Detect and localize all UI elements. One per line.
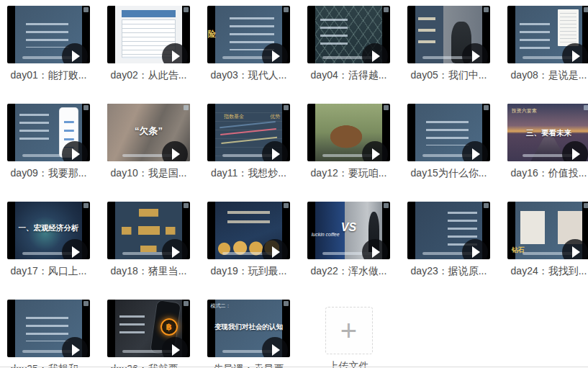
play-icon (172, 148, 180, 160)
video-card[interactable]: day19：玩到最... (207, 202, 290, 277)
play-icon (272, 344, 280, 356)
video-caption: day17：风口上... (7, 264, 90, 277)
play-button[interactable] (162, 337, 188, 357)
video-card[interactable]: day25：我想和... (7, 300, 90, 368)
video-thumbnail[interactable] (7, 104, 90, 161)
watermark-icon (584, 203, 588, 208)
video-caption: day01：能打败... (7, 68, 90, 81)
play-button[interactable] (62, 141, 88, 161)
watermark-icon (83, 105, 89, 110)
play-button[interactable] (62, 43, 88, 63)
video-card[interactable]: day08：是说是... (507, 6, 588, 81)
video-card[interactable]: day05：我们中... (407, 6, 490, 81)
watermark-icon (83, 7, 89, 12)
video-thumbnail[interactable] (107, 6, 190, 63)
video-thumbnail[interactable]: 指数基金 优势 (207, 104, 290, 161)
video-thumbnail[interactable]: 钻石 (507, 202, 588, 259)
play-button[interactable] (462, 141, 488, 161)
video-card[interactable]: day12：要玩咱... (307, 104, 390, 179)
video-thumbnail[interactable] (7, 6, 90, 63)
watermark-icon (83, 203, 89, 208)
watermark-icon (184, 7, 189, 12)
play-button[interactable] (262, 239, 288, 259)
video-card[interactable]: day02：从此告... (107, 6, 190, 81)
play-button[interactable] (262, 141, 288, 161)
video-card[interactable]: day01：能打败... (7, 6, 90, 81)
video-card[interactable]: day18：猪里当... (107, 202, 190, 277)
video-caption: day16：价值投... (507, 166, 588, 179)
video-thumbnail[interactable]: 模式二： 变现我们对社会的认知 (207, 300, 290, 357)
watermark-icon (384, 105, 389, 110)
play-button[interactable] (162, 43, 188, 63)
video-thumbnail[interactable]: ฿ (107, 300, 190, 357)
play-icon (472, 148, 480, 160)
video-card[interactable]: 钻石 day24：我找到... (507, 202, 588, 277)
video-thumbnail[interactable] (407, 202, 490, 259)
play-button[interactable] (262, 43, 288, 63)
video-thumbnail[interactable]: “欠条” (107, 104, 190, 161)
thumbnail-label: 投资六要素 (512, 107, 537, 115)
play-button[interactable] (62, 337, 88, 357)
play-button[interactable] (362, 239, 388, 259)
watermark-icon (484, 7, 489, 12)
video-thumbnail[interactable] (507, 6, 588, 63)
video-card[interactable]: 险 day03：现代人... (207, 6, 290, 81)
play-icon (72, 344, 80, 356)
video-caption: day03：现代人... (207, 68, 290, 81)
video-caption: day09：我要那... (7, 166, 90, 179)
video-thumbnail[interactable]: 一、宏观经济分析 (7, 202, 90, 259)
plus-icon: + (340, 316, 357, 345)
video-card[interactable]: day04：活得越... (307, 6, 390, 81)
thumbnail-label: 模式二： (211, 302, 231, 310)
play-button[interactable] (562, 141, 588, 161)
play-button[interactable] (162, 141, 188, 161)
watermark-icon (484, 105, 489, 110)
watermark-icon (284, 105, 289, 110)
video-thumbnail[interactable] (407, 104, 490, 161)
play-button[interactable] (262, 337, 288, 357)
video-thumbnail[interactable]: luckin coffee VS (307, 202, 390, 259)
play-icon (372, 50, 380, 62)
play-button[interactable] (362, 141, 388, 161)
play-icon (172, 246, 180, 258)
video-card[interactable]: 投资六要素 三、要看未来 day16：价值投... (507, 104, 588, 179)
watermark-icon (184, 301, 189, 306)
video-thumbnail[interactable] (7, 300, 90, 357)
video-thumbnail[interactable] (307, 6, 390, 63)
video-thumbnail[interactable] (207, 202, 290, 259)
video-thumbnail[interactable] (107, 202, 190, 259)
upload-box[interactable]: + (325, 307, 373, 354)
video-caption: day18：猪里当... (107, 264, 190, 277)
video-card[interactable]: 一、宏观经济分析 day17：风口上... (7, 202, 90, 277)
video-caption: day08：是说是... (507, 68, 588, 81)
play-icon (572, 246, 580, 258)
play-button[interactable] (562, 43, 588, 63)
video-caption: day24：我找到... (507, 264, 588, 277)
upload-tile[interactable]: + 上传文件 (307, 300, 390, 368)
video-card[interactable]: 模式二： 变现我们对社会的认知 先导课：卖早票 (207, 300, 290, 368)
watermark-icon (584, 105, 588, 110)
video-card[interactable]: “欠条” day10：我是国... (107, 104, 190, 179)
video-card[interactable]: ฿ day26：我就要... (107, 300, 190, 368)
video-card[interactable]: day09：我要那... (7, 104, 90, 179)
play-button[interactable] (162, 239, 188, 259)
video-card[interactable]: day23：据说原... (407, 202, 490, 277)
play-button[interactable] (62, 239, 88, 259)
play-button[interactable] (562, 239, 588, 259)
video-thumbnail[interactable] (407, 6, 490, 63)
video-card[interactable]: day15为什么你... (407, 104, 490, 179)
video-thumbnail[interactable]: 投资六要素 三、要看未来 (507, 104, 588, 161)
watermark-icon (384, 7, 389, 12)
play-button[interactable] (462, 43, 488, 63)
video-thumbnail[interactable]: 险 (207, 6, 290, 63)
video-caption: day15为什么你... (407, 166, 490, 179)
video-card[interactable]: 指数基金 优势 day11：我想炒... (207, 104, 290, 179)
thumbnail-label: 优势 (270, 113, 280, 120)
play-icon (372, 246, 380, 258)
video-card[interactable]: luckin coffee VS day22：浑水做... (307, 202, 390, 277)
video-thumbnail[interactable] (307, 104, 390, 161)
bottom-divider (0, 367, 588, 367)
play-icon (372, 148, 380, 160)
play-button[interactable] (362, 43, 388, 63)
play-button[interactable] (462, 239, 488, 259)
